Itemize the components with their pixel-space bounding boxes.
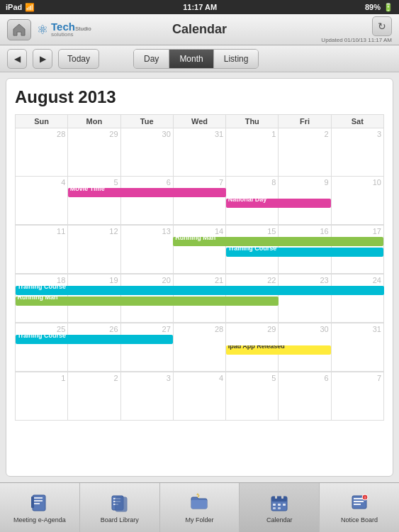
page-title: Calendar xyxy=(172,22,227,37)
calendar-month-title: August 2013 xyxy=(15,87,384,107)
logo-text: TechStudio solutions xyxy=(51,21,91,38)
prev-button[interactable]: ◀ xyxy=(7,49,27,69)
next-button[interactable]: ▶ xyxy=(33,49,52,69)
folder-icon xyxy=(188,492,210,514)
svg-rect-1 xyxy=(34,497,43,499)
calendar-event[interactable]: Movie Time xyxy=(68,188,226,197)
table-cell[interactable]: 23 xyxy=(279,275,331,323)
svg-rect-10 xyxy=(191,500,207,509)
svg-rect-4 xyxy=(31,497,34,508)
main-content: August 2013SunMonTueWedThuFriSat28293031… xyxy=(0,72,399,482)
table-cell[interactable]: 2 xyxy=(68,372,120,421)
table-cell[interactable]: 11 xyxy=(16,226,68,274)
table-cell[interactable]: 14 xyxy=(173,226,225,274)
weekday-header: Tue xyxy=(120,115,173,128)
table-cell[interactable]: 30 xyxy=(120,128,173,177)
nav-notice-board[interactable]: ! Notice Board xyxy=(320,483,399,532)
table-cell[interactable]: 29 xyxy=(68,128,120,177)
svg-rect-15 xyxy=(275,494,277,499)
calendar-event[interactable]: Running Man xyxy=(16,297,279,306)
svg-rect-9 xyxy=(116,497,127,511)
nav-calendar-label: Calendar xyxy=(266,516,293,523)
status-right: 89% 🔋 xyxy=(365,3,393,12)
library-icon xyxy=(108,492,131,514)
nav-board-library[interactable]: Board Library xyxy=(80,483,160,532)
table-cell[interactable]: 3 xyxy=(120,372,173,421)
logo-normal: Studio xyxy=(75,26,91,32)
nav-meeting-agenda[interactable]: Meeting e-Agenda xyxy=(0,483,80,532)
wifi-icon: 📶 xyxy=(25,3,35,12)
svg-rect-17 xyxy=(273,504,276,506)
toolbar: ◀ ▶ Today Day Month Listing xyxy=(0,45,399,72)
view-day-button[interactable]: Day xyxy=(134,50,169,68)
calendar-container: August 2013SunMonTueWedThuFriSat28293031… xyxy=(6,78,393,477)
today-button[interactable]: Today xyxy=(58,49,99,69)
table-cell[interactable]: 24 xyxy=(331,275,383,323)
weekday-header: Sun xyxy=(16,115,68,128)
status-bar: iPad 📶 11:17 AM 89% 🔋 xyxy=(0,0,399,14)
nav-my-folder[interactable]: My Folder xyxy=(160,483,240,532)
nav-calendar[interactable]: Calendar xyxy=(240,483,320,532)
svg-rect-20 xyxy=(273,507,276,509)
svg-line-11 xyxy=(198,495,199,497)
nav-notice-board-label: Notice Board xyxy=(341,516,378,523)
bottom-nav: Meeting e-Agenda Board Library My Folder xyxy=(0,482,399,532)
svg-rect-19 xyxy=(283,504,286,506)
refresh-button[interactable]: ↻ xyxy=(372,16,392,36)
svg-rect-16 xyxy=(281,494,283,499)
calendar-event[interactable]: National Day xyxy=(226,199,332,208)
calendar-event[interactable]: Training Course xyxy=(16,335,174,344)
home-button[interactable] xyxy=(7,19,31,40)
table-cell[interactable]: 27 xyxy=(120,323,173,372)
table-cell[interactable]: 6 xyxy=(279,372,331,421)
weekday-header: Mon xyxy=(68,115,120,128)
header-right: ↻ Updated 01/10/13 11:17 AM xyxy=(321,16,392,43)
nav-meeting-agenda-label: Meeting e-Agenda xyxy=(13,516,66,523)
view-month-button[interactable]: Month xyxy=(169,50,213,68)
calendar-event[interactable]: Ipad App Released xyxy=(226,345,332,355)
logo[interactable]: ⚛ TechStudio solutions xyxy=(7,19,91,40)
table-cell[interactable]: 25 xyxy=(16,323,68,372)
svg-rect-18 xyxy=(278,504,281,506)
table-cell[interactable]: 26 xyxy=(68,323,120,372)
battery-icon: 🔋 xyxy=(383,3,393,12)
header: ⚛ TechStudio solutions Calendar ↻ Update… xyxy=(0,14,399,45)
notice-icon: ! xyxy=(348,492,371,514)
calendar-event[interactable]: Training Course xyxy=(16,286,384,295)
table-cell[interactable]: 4 xyxy=(16,177,68,225)
carrier-label: iPad xyxy=(6,3,22,11)
svg-rect-21 xyxy=(278,507,281,509)
agenda-icon xyxy=(28,492,51,514)
weekday-header: Sat xyxy=(331,115,383,128)
table-cell[interactable]: 10 xyxy=(331,177,383,225)
table-cell[interactable]: 4 xyxy=(173,372,225,421)
table-cell[interactable]: 13 xyxy=(120,226,173,274)
calendar-week-row: 28293031123 xyxy=(16,128,384,177)
battery-label: 89% xyxy=(365,3,381,11)
nav-board-library-label: Board Library xyxy=(101,516,139,523)
calendar-event[interactable]: Training Course xyxy=(226,248,384,257)
view-listing-button[interactable]: Listing xyxy=(214,50,259,68)
table-cell[interactable]: 28 xyxy=(16,128,68,177)
table-cell[interactable]: 12 xyxy=(68,226,120,274)
calendar-event[interactable]: Running Man xyxy=(173,237,383,246)
table-cell[interactable]: 31 xyxy=(331,323,383,372)
table-cell[interactable]: 5 xyxy=(226,372,279,421)
table-cell[interactable]: 1 xyxy=(16,372,68,421)
updated-text: Updated 01/10/13 11:17 AM xyxy=(321,37,392,43)
table-cell[interactable]: 28 xyxy=(173,323,225,372)
table-cell[interactable]: 6 xyxy=(120,177,173,225)
table-cell[interactable]: 7 xyxy=(331,372,383,421)
nav-my-folder-label: My Folder xyxy=(185,516,213,523)
calendar-week-row: 1234567 xyxy=(16,372,384,421)
status-time: 11:17 AM xyxy=(183,3,217,11)
table-cell[interactable]: 31 xyxy=(173,128,225,177)
table-cell[interactable]: 1 xyxy=(226,128,279,177)
svg-rect-3 xyxy=(34,503,40,504)
weekday-header: Thu xyxy=(226,115,279,128)
svg-rect-24 xyxy=(354,501,364,502)
table-cell[interactable]: 5 xyxy=(68,177,120,225)
table-cell[interactable]: 2 xyxy=(279,128,331,177)
table-cell[interactable]: 7 xyxy=(173,177,225,225)
table-cell[interactable]: 3 xyxy=(331,128,383,177)
